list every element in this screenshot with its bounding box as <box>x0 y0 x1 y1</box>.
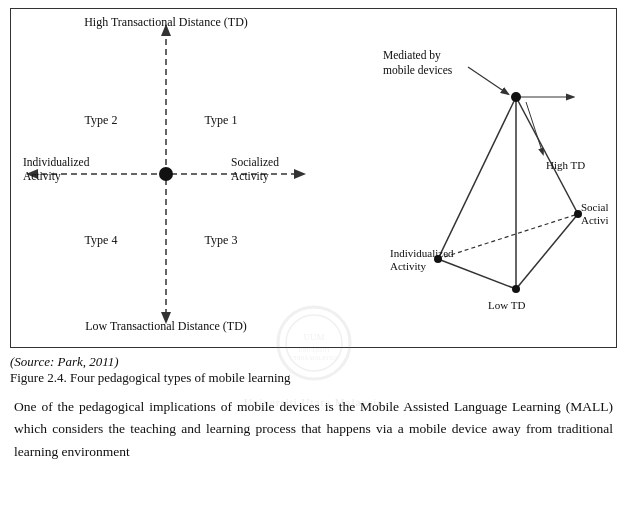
figure-caption: Figure 2.4. Four pedagogical types of mo… <box>10 370 617 386</box>
svg-text:Mediated by: Mediated by <box>383 49 441 62</box>
body-text: One of the pedagogical implications of m… <box>14 396 613 463</box>
svg-line-24 <box>438 259 516 289</box>
svg-text:Individualized: Individualized <box>23 156 90 168</box>
svg-text:Activity: Activity <box>231 170 269 183</box>
left-diagram: High Transactional Distance (TD) Low Tra… <box>21 14 311 334</box>
caption-area: (Source: Park, 2011) Figure 2.4. Four pe… <box>10 354 617 386</box>
svg-line-21 <box>438 97 516 259</box>
svg-text:Type 4: Type 4 <box>85 233 118 247</box>
svg-line-19 <box>468 67 508 94</box>
svg-text:Type 3: Type 3 <box>205 233 238 247</box>
svg-point-28 <box>511 92 521 102</box>
svg-text:Low TD: Low TD <box>488 299 525 311</box>
svg-text:Activity: Activity <box>581 214 608 226</box>
svg-text:Socialized: Socialized <box>231 156 279 168</box>
svg-text:UNIVERSITI: UNIVERSITI <box>298 347 329 353</box>
svg-line-38 <box>526 102 543 154</box>
svg-text:Type 1: Type 1 <box>205 113 238 127</box>
svg-text:Type 2: Type 2 <box>85 113 118 127</box>
svg-text:High TD: High TD <box>546 159 585 171</box>
source-text: (Source: Park, 2011) <box>10 354 617 370</box>
svg-line-22 <box>516 97 578 214</box>
svg-line-26 <box>438 214 578 259</box>
svg-point-6 <box>159 167 173 181</box>
svg-text:Socialized: Socialized <box>581 201 608 213</box>
svg-text:Activity: Activity <box>390 260 427 272</box>
figure-box: High Transactional Distance (TD) Low Tra… <box>10 8 617 348</box>
svg-text:High Transactional Distance (T: High Transactional Distance (TD) <box>84 15 248 29</box>
svg-text:Individualized: Individualized <box>390 247 454 259</box>
paragraph1: One of the pedagogical implications of m… <box>14 396 613 463</box>
page-container: High Transactional Distance (TD) Low Tra… <box>0 0 627 510</box>
right-diagram: Mediated by mobile devices <box>378 39 608 329</box>
svg-text:Activity: Activity <box>23 170 61 183</box>
svg-point-31 <box>512 285 520 293</box>
svg-text:mobile devices: mobile devices <box>383 64 453 76</box>
svg-line-25 <box>516 214 578 289</box>
svg-marker-4 <box>294 169 306 179</box>
svg-text:Low Transactional Distance (TD: Low Transactional Distance (TD) <box>85 319 247 333</box>
